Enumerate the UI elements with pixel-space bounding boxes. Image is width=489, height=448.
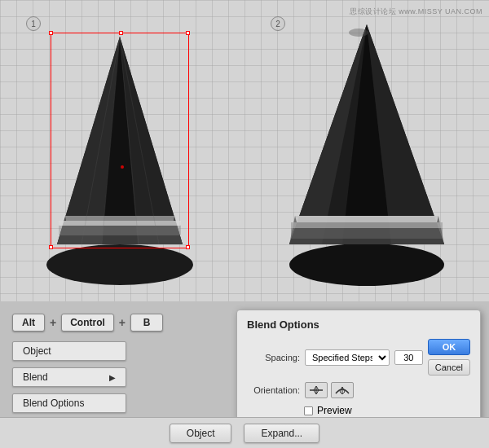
b-key: B <box>130 314 163 332</box>
dialog-title: Blend Options <box>247 318 470 331</box>
svg-rect-8 <box>59 221 181 226</box>
alt-key: Alt <box>12 314 45 332</box>
control-key: Control <box>61 314 114 332</box>
align-to-page-icon[interactable] <box>305 382 328 398</box>
blend-label: Blend <box>23 371 48 383</box>
object-label: Object <box>23 345 51 357</box>
preview-row: Preview <box>247 405 470 416</box>
svg-rect-23 <box>291 222 443 228</box>
cancel-button[interactable]: Cancel <box>428 359 470 376</box>
right-cone-container <box>277 16 456 293</box>
align-to-path-icon[interactable] <box>331 382 354 398</box>
selection-handle <box>186 31 190 35</box>
blend-options-label: Blend Options <box>23 397 84 409</box>
canvas-area: 思综设计论坛 www.MISSY UAN.COM 1 2 <box>0 0 489 301</box>
svg-marker-6 <box>65 216 174 221</box>
steps-input[interactable] <box>394 350 423 365</box>
bottom-expand-button[interactable]: Expand... <box>244 424 319 443</box>
left-cone-svg <box>41 24 200 293</box>
orientation-label: Orientation: <box>247 385 300 395</box>
blend-arrow-icon: ▶ <box>109 373 116 382</box>
object-menu-item[interactable]: Object <box>12 341 126 361</box>
right-cone-svg <box>277 16 456 293</box>
selection-handle <box>186 245 190 249</box>
preview-checkbox[interactable] <box>304 406 313 415</box>
orientation-icons <box>305 382 354 398</box>
dialog-buttons: OK Cancel <box>428 339 470 376</box>
plus-1: + <box>50 316 56 329</box>
blend-options-menu-item[interactable]: Blend Options <box>12 393 126 413</box>
spacing-select[interactable]: Specified Steps Specified Distance Smoot… <box>305 349 390 366</box>
step-indicator-1: 1 <box>26 16 41 31</box>
orientation-row: Orientation: <box>247 382 470 398</box>
left-cone-container <box>41 24 200 293</box>
svg-point-24 <box>349 29 368 37</box>
plus-2: + <box>119 316 126 329</box>
svg-point-14 <box>289 244 444 286</box>
bottom-bar: Object Expand... <box>0 417 489 448</box>
spacing-label: Spacing: <box>247 353 300 362</box>
selection-handle <box>49 245 53 249</box>
svg-point-0 <box>46 244 193 285</box>
selection-handle <box>119 31 123 35</box>
ok-button[interactable]: OK <box>428 339 470 355</box>
preview-label: Preview <box>317 405 352 416</box>
bottom-panel: Alt + Control + B Object Blend ▶ Blend O… <box>0 301 489 448</box>
selection-handle <box>49 31 53 35</box>
spacing-row: Spacing: Specified Steps Specified Dista… <box>247 339 470 376</box>
svg-point-9 <box>121 165 124 169</box>
bottom-object-button[interactable]: Object <box>170 424 232 443</box>
blend-menu-item[interactable]: Blend ▶ <box>12 367 126 387</box>
blend-options-dialog: Blend Options Spacing: Specified Steps S… <box>236 310 481 425</box>
svg-marker-21 <box>295 216 438 222</box>
shortcut-row: Alt + Control + B <box>12 314 208 332</box>
